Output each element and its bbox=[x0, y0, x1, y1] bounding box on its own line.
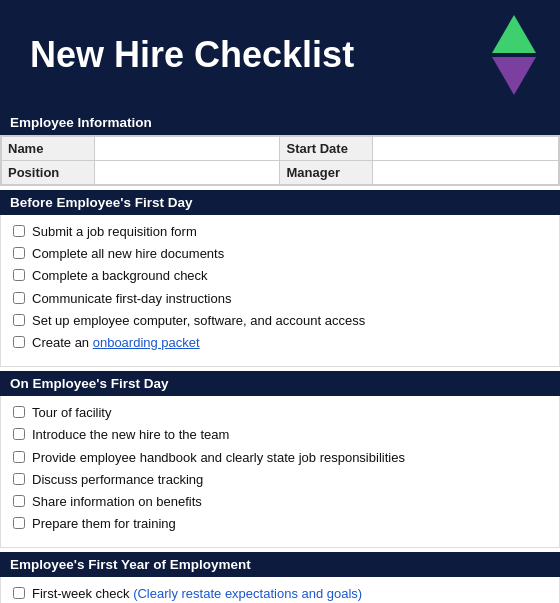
checklist-checkbox[interactable] bbox=[13, 587, 25, 599]
position-input[interactable] bbox=[101, 165, 274, 180]
manager-input[interactable] bbox=[379, 165, 552, 180]
page-title: New Hire Checklist bbox=[30, 35, 354, 75]
name-input-cell[interactable] bbox=[94, 137, 280, 161]
list-item: Submit a job requisition form bbox=[13, 223, 547, 241]
checklist-checkbox[interactable] bbox=[13, 495, 25, 507]
name-input[interactable] bbox=[101, 141, 274, 156]
list-item: Discuss performance tracking bbox=[13, 471, 547, 489]
manager-label: Manager bbox=[280, 161, 373, 185]
employee-info-header: Employee Information bbox=[0, 110, 560, 135]
list-item: Complete all new hire documents bbox=[13, 245, 547, 263]
checklist-checkbox[interactable] bbox=[13, 225, 25, 237]
page-header: New Hire Checklist bbox=[0, 0, 560, 110]
checklist-checkbox[interactable] bbox=[13, 406, 25, 418]
checklist-checkbox[interactable] bbox=[13, 247, 25, 259]
list-item: Prepare them for training bbox=[13, 515, 547, 533]
checklist-checkbox[interactable] bbox=[13, 269, 25, 281]
table-row: Position Manager bbox=[2, 161, 559, 185]
start-date-input[interactable] bbox=[379, 141, 552, 156]
list-item: Provide employee handbook and clearly st… bbox=[13, 449, 547, 467]
start-date-label: Start Date bbox=[280, 137, 373, 161]
checklist-checkbox[interactable] bbox=[13, 473, 25, 485]
employee-info-table: Name Start Date Position Manager bbox=[1, 136, 559, 185]
header-icons bbox=[492, 15, 536, 95]
list-item: Tour of facility bbox=[13, 404, 547, 422]
manager-input-cell[interactable] bbox=[373, 161, 559, 185]
list-item: First-week check (Clearly restate expect… bbox=[13, 585, 547, 603]
checklist-checkbox[interactable] bbox=[13, 451, 25, 463]
list-item: Create an onboarding packet bbox=[13, 334, 547, 352]
list-item: Complete a background check bbox=[13, 267, 547, 285]
employee-info-section: Name Start Date Position Manager bbox=[0, 135, 560, 186]
onboarding-packet-link[interactable]: onboarding packet bbox=[93, 335, 200, 350]
before-first-day-section: Submit a job requisition form Complete a… bbox=[0, 215, 560, 367]
triangle-down-icon bbox=[492, 57, 536, 95]
on-first-day-section: Tour of facility Introduce the new hire … bbox=[0, 396, 560, 548]
position-input-cell[interactable] bbox=[94, 161, 280, 185]
triangle-up-icon bbox=[492, 15, 536, 53]
checklist-checkbox[interactable] bbox=[13, 314, 25, 326]
first-year-header: Employee's First Year of Employment bbox=[0, 552, 560, 577]
checklist-checkbox[interactable] bbox=[13, 428, 25, 440]
list-item: Share information on benefits bbox=[13, 493, 547, 511]
list-item: Introduce the new hire to the team bbox=[13, 426, 547, 444]
checklist-checkbox[interactable] bbox=[13, 517, 25, 529]
start-date-input-cell[interactable] bbox=[373, 137, 559, 161]
first-year-section: First-week check (Clearly restate expect… bbox=[0, 577, 560, 603]
checklist-checkbox[interactable] bbox=[13, 336, 25, 348]
position-label: Position bbox=[2, 161, 95, 185]
name-label: Name bbox=[2, 137, 95, 161]
before-first-day-header: Before Employee's First Day bbox=[0, 190, 560, 215]
list-item: Set up employee computer, software, and … bbox=[13, 312, 547, 330]
checklist-checkbox[interactable] bbox=[13, 292, 25, 304]
on-first-day-header: On Employee's First Day bbox=[0, 371, 560, 396]
list-item: Communicate first-day instructions bbox=[13, 290, 547, 308]
table-row: Name Start Date bbox=[2, 137, 559, 161]
